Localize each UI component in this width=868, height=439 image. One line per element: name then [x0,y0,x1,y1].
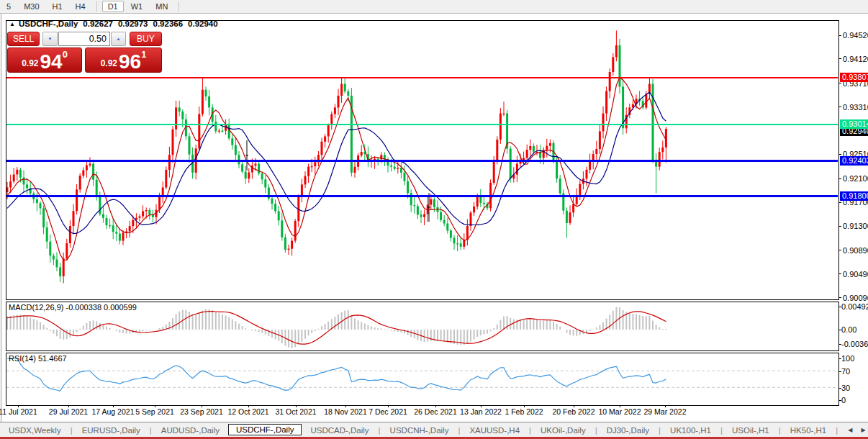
y-axis-tick [838,273,841,274]
chart-tab-ukoil-daily[interactable]: UKOil-,Daily [532,425,595,436]
level-price-label: 0.93807 [840,73,868,82]
ohlc-open: 0.92627 [83,19,113,28]
chart-tab-xauusd-h4[interactable]: XAUUSD-,H4 [461,425,528,436]
buy-button[interactable]: BUY [130,32,162,46]
one-click-trading-panel: SELL ▼ ▲ BUY 0.92 94 0 0.92 96 1 [7,32,162,73]
chevron-down-icon: ▼ [48,37,53,41]
macd-axis-label: 0.004926 [841,302,868,311]
buy-quote[interactable]: 0.92 96 1 [85,47,162,73]
y-axis-tick [838,226,841,227]
y-axis-tick [838,154,841,155]
rsi-axis-label: 100 [841,354,854,363]
y-axis-tick [838,202,841,203]
level-price-label: 0.93014 [840,119,868,129]
rsi-axis-label: 0 [841,396,846,404]
sell-button[interactable]: SELL [7,32,40,46]
volume-increase-button[interactable]: ▲ [111,32,126,46]
x-axis-date-label: 12 Oct 2021 [227,407,268,416]
x-axis-date-label: 29 Mar 2022 [644,407,687,416]
y-axis-tick [838,250,841,250]
level-price-label: 0.91800 [840,191,868,201]
chart-tab-dj30-daily[interactable]: DJ30-,Daily [598,425,658,436]
x-axis-date-label: 11 Jul 2021 [0,407,37,416]
ohlc-high: 0.92973 [118,19,148,28]
chart-tab-hk50-h1[interactable]: HK50-,H1 [782,425,836,436]
chart-symbol-label: USDCHF-,Daily [19,19,78,28]
chart-tab-audusd-daily[interactable]: AUDUSD-,Daily [153,425,228,436]
x-axis-date-label: 29 Jul 2021 [49,407,88,416]
level-price-label: 0.92403 [840,156,868,166]
y-axis-label: 0.90890 [843,246,868,255]
tab-separator: | [71,426,73,435]
y-axis-tick [838,178,841,179]
tab-separator: | [529,426,531,435]
x-axis-date-label: 20 Feb 2022 [553,407,595,416]
y-axis-tick [838,83,841,83]
x-axis-date-label: 23 Sep 2021 [180,407,223,416]
chart-tab-usdx-weekly[interactable]: USDX,Weekly [0,425,70,436]
buy-price-pip: 1 [141,49,146,60]
chevron-up-icon: ▲ [116,37,120,41]
x-axis-date-label: 18 Nov 2021 [324,407,367,416]
x-axis-date-label: 17 Aug 2021 [92,407,135,416]
rsi-indicator-label: RSI(14) 51.4667 [9,354,67,363]
buy-price-small: 0.92 [101,58,117,68]
volume-decrease-button[interactable]: ▼ [42,32,58,46]
sell-price-pip: 0 [63,49,68,60]
y-axis-label: 0.93310 [843,103,868,112]
chart-tab-usdcnh-daily[interactable]: USDCNH-,Daily [381,425,458,436]
x-axis-date-label: 5 Sep 2021 [135,407,174,416]
y-axis-label: 0.91300 [843,222,868,230]
x-axis-date-label: 31 Oct 2021 [275,407,316,416]
x-axis-date-label: 26 Dec 2021 [414,407,457,416]
tab-separator: | [836,426,838,435]
tab-scroll-right-icon[interactable]: ▶ [856,427,868,433]
y-axis-tick [838,297,841,298]
tab-separator: | [659,426,661,435]
y-axis-label: 0.94120 [843,55,868,63]
tab-separator: | [150,426,152,435]
macd-indicator-label: MACD(12,26,9) -0.000338 0.000599 [9,303,137,312]
macd-axis-label: 0.00 [841,325,856,334]
tab-separator: | [458,426,460,435]
mt4-window: 5M30H1H4D1W1MN ▲ USDCHF-,Daily 0.92627 0… [0,0,868,439]
tab-separator: | [779,426,781,435]
x-axis-date-label: 1 Feb 2022 [505,407,543,416]
y-axis-label: 0.90490 [843,270,868,279]
y-axis-tick [838,107,841,107]
y-axis-label: 0.92100 [843,174,868,183]
rsi-axis-label: 30 [841,384,850,392]
tab-separator: | [379,426,381,435]
tab-separator: | [720,426,723,435]
chart-tab-usoil-h1[interactable]: USOil-,H1 [723,425,778,436]
sell-price-big: 94 [40,53,62,71]
macd-axis-label: -0.00361 [841,340,868,348]
rsi-axis-label: 70 [841,367,850,376]
x-axis-date-label: 7 Dec 2021 [369,407,407,416]
x-axis-date-label: 10 Mar 2022 [599,407,641,416]
chart-tab-usdcad-daily[interactable]: USDCAD-,Daily [302,425,377,436]
tab-scroll-left-icon[interactable]: ◀ [844,427,856,433]
buy-price-big: 96 [119,53,141,71]
chart-tab-usdchf-daily[interactable]: USDCHF-,Daily [228,424,302,435]
sell-quote[interactable]: 0.92 94 0 [7,47,82,73]
y-axis-tick [838,35,841,36]
volume-input[interactable] [58,32,110,46]
tab-separator: | [595,426,597,435]
sell-price-small: 0.92 [22,58,38,68]
collapse-chart-toggle[interactable]: ▲ [9,21,15,27]
x-axis-date-label: 13 Jan 2022 [460,407,502,416]
y-axis-label: 0.90090 [843,294,868,302]
chart-tab-eurusd-daily[interactable]: EURUSD-,Daily [73,425,149,436]
tab-scroll-controls: |◀▶ [835,426,868,435]
y-axis-label: 0.94520 [843,31,868,40]
chart-title: ▲ USDCHF-,Daily 0.92627 0.92973 0.92366 … [9,19,218,28]
y-axis-tick [838,58,841,59]
ohlc-close: 0.92940 [188,19,218,28]
chart-tab-bar: USDX,Weekly|EURUSD-,Daily|AUDUSD-,DailyU… [0,422,868,438]
chart-tab-uk100-h1[interactable]: UK100-,H1 [661,425,720,436]
ohlc-low: 0.92366 [153,19,184,28]
